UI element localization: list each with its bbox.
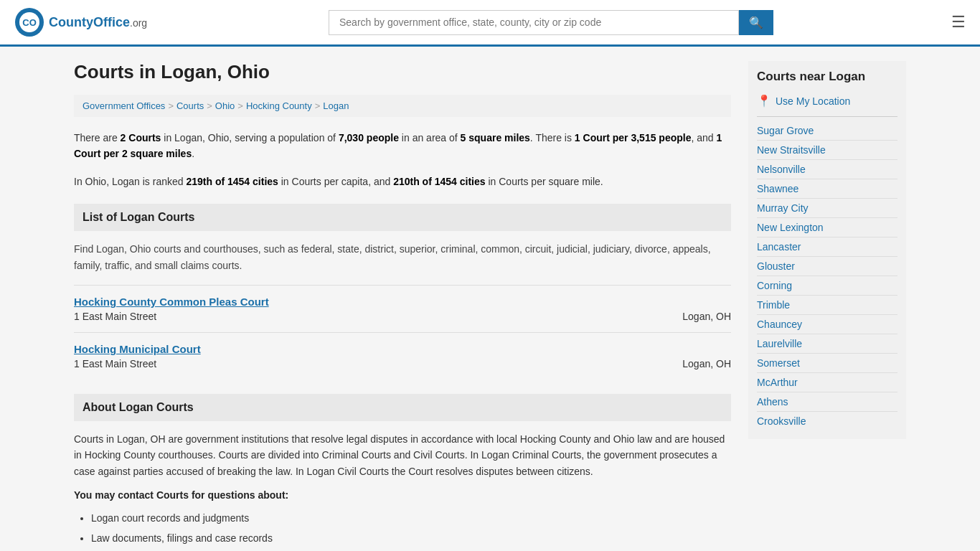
search-area: 🔍 <box>329 10 773 35</box>
contact-item-1: Logan court records and judgments <box>91 508 731 528</box>
search-button[interactable]: 🔍 <box>739 10 773 35</box>
breadcrumb-courts[interactable]: Courts <box>176 100 204 111</box>
sidebar-city-link-0[interactable]: Sugar Grove <box>757 121 897 141</box>
breadcrumb-hocking-county[interactable]: Hocking County <box>246 100 312 111</box>
contact-item-2: Law documents, filings and case records <box>91 528 731 548</box>
breadcrumb-sep-4: > <box>315 100 321 111</box>
sidebar-city-link-12[interactable]: Somerset <box>757 354 897 373</box>
sidebar-divider <box>757 116 897 117</box>
description-text: There are 2 Courts in Logan, Ohio, servi… <box>74 130 731 162</box>
contact-item-3: Appealing Logan court judgments <box>91 548 731 551</box>
court-entry-2: Hocking Municipal Court 1 East Main Stre… <box>74 332 731 380</box>
content: Courts in Logan, Ohio Government Offices… <box>74 61 731 551</box>
sidebar-city-link-1[interactable]: New Straitsville <box>757 141 897 160</box>
sidebar-city-link-5[interactable]: New Lexington <box>757 218 897 237</box>
header: CO CountyOffice.org 🔍 ☰ <box>0 0 980 47</box>
sidebar: Courts near Logan 📍 Use My Location Suga… <box>748 61 906 551</box>
court-name-1[interactable]: Hocking County Common Pleas Court <box>74 296 731 308</box>
court-details-1: 1 East Main Street Logan, OH <box>74 311 731 322</box>
court-address-1: 1 East Main Street <box>74 311 156 322</box>
use-location-label: Use My Location <box>776 95 850 107</box>
about-section: About Logan Courts Courts in Logan, OH a… <box>74 394 731 551</box>
sidebar-city-link-15[interactable]: Crooksville <box>757 412 897 430</box>
sidebar-city-link-3[interactable]: Shawnee <box>757 179 897 199</box>
courts-count: 2 Courts <box>121 132 161 143</box>
contact-list: Logan court records and judgments Law do… <box>74 508 731 551</box>
contact-heading: You may contact Courts for questions abo… <box>74 489 731 501</box>
list-section-header: List of Logan Courts <box>74 204 731 231</box>
logo-text: CountyOffice.org <box>49 15 147 30</box>
court-name-2[interactable]: Hocking Municipal Court <box>74 343 731 355</box>
sidebar-title: Courts near Logan <box>757 70 897 84</box>
court-entry-1: Hocking County Common Pleas Court 1 East… <box>74 285 731 332</box>
per-capita: 1 Court per 3,515 people <box>575 132 692 143</box>
court-details-2: 1 East Main Street Logan, OH <box>74 358 731 369</box>
logo-area: CO CountyOffice.org <box>14 7 158 37</box>
court-city-2: Logan, OH <box>682 358 731 369</box>
sidebar-box: Courts near Logan 📍 Use My Location Suga… <box>748 61 906 439</box>
court-address-2: 1 East Main Street <box>74 358 156 369</box>
court-city-1: Logan, OH <box>682 311 731 322</box>
breadcrumb: Government Offices > Courts > Ohio > Hoc… <box>74 95 731 117</box>
about-description: Courts in Logan, OH are government insti… <box>74 431 731 479</box>
sidebar-city-link-13[interactable]: McArthur <box>757 373 897 392</box>
area: 5 square miles <box>461 132 530 143</box>
sidebar-city-link-9[interactable]: Trimble <box>757 296 897 315</box>
breadcrumb-sep-2: > <box>207 100 212 111</box>
sidebar-city-link-6[interactable]: Lancaster <box>757 237 897 257</box>
population: 7,030 people <box>339 132 399 143</box>
sidebar-city-link-8[interactable]: Corning <box>757 276 897 296</box>
sidebar-city-link-14[interactable]: Athens <box>757 392 897 412</box>
list-description: Find Logan, Ohio courts and courthouses,… <box>74 241 731 273</box>
use-my-location-link[interactable]: 📍 Use My Location <box>757 94 897 108</box>
menu-button[interactable]: ☰ <box>951 13 966 32</box>
hamburger-icon: ☰ <box>951 13 966 31</box>
svg-text:CO: CO <box>22 17 37 28</box>
location-pin-icon: 📍 <box>757 94 771 108</box>
breadcrumb-ohio[interactable]: Ohio <box>215 100 235 111</box>
sidebar-city-link-7[interactable]: Glouster <box>757 257 897 276</box>
logo-icon: CO <box>14 7 44 37</box>
breadcrumb-government-offices[interactable]: Government Offices <box>83 100 165 111</box>
sidebar-city-link-10[interactable]: Chauncey <box>757 315 897 334</box>
sidebar-cities: Sugar GroveNew StraitsvilleNelsonvilleSh… <box>757 121 897 430</box>
ranking-text: In Ohio, Logan is ranked 219th of 1454 c… <box>74 174 731 189</box>
page-title: Courts in Logan, Ohio <box>74 61 731 83</box>
breadcrumb-sep-3: > <box>237 100 243 111</box>
breadcrumb-logan[interactable]: Logan <box>323 100 349 111</box>
main-container: Courts in Logan, Ohio Government Offices… <box>60 47 920 551</box>
sidebar-city-link-2[interactable]: Nelsonville <box>757 160 897 179</box>
breadcrumb-sep-1: > <box>168 100 174 111</box>
about-section-header: About Logan Courts <box>74 394 731 421</box>
sidebar-city-link-4[interactable]: Murray City <box>757 199 897 218</box>
search-input[interactable] <box>329 10 739 35</box>
search-icon: 🔍 <box>749 17 763 29</box>
sidebar-city-link-11[interactable]: Laurelville <box>757 334 897 354</box>
